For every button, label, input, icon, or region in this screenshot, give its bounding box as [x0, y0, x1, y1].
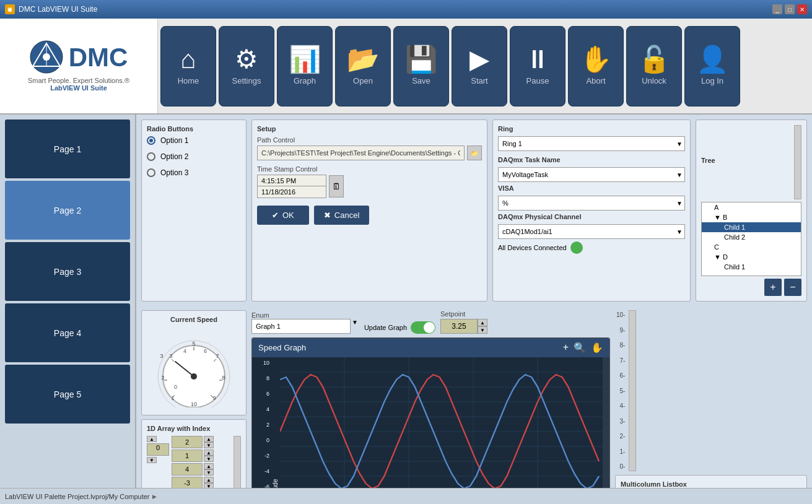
chart-tools[interactable]: + 🔍 ✋ [563, 342, 603, 354]
sidebar-item-page5[interactable]: Page 5 [5, 365, 130, 424]
toolbar-pause-button[interactable]: ⏸ Pause [510, 26, 565, 106]
radio-circle-2[interactable] [147, 152, 155, 161]
chart-scrollbar[interactable] [602, 357, 609, 488]
daqmx-channel-label: DAQmx Physical Channel [498, 213, 685, 220]
radio-circle-1[interactable] [147, 136, 155, 145]
toolbar-unlock-button[interactable]: 🔓 Unlock [626, 26, 682, 106]
speed-4: 4- [616, 402, 625, 409]
radio-option2[interactable]: Option 2 [147, 152, 241, 161]
array-val-2[interactable]: 4 [172, 463, 203, 476]
logo-text: DMC [69, 45, 128, 71]
settings-label: Settings [232, 76, 261, 85]
tree-item-a[interactable]: A [702, 202, 801, 212]
login-label: Log In [701, 76, 723, 85]
radio-circle-3[interactable] [147, 168, 155, 177]
array-spinners-1: ▲ ▼ [204, 450, 214, 462]
array-val-0[interactable]: 2 [172, 436, 203, 448]
array-val-1[interactable]: 1 [172, 450, 203, 462]
date-input[interactable] [258, 186, 326, 198]
tree-remove-button[interactable]: − [784, 279, 801, 296]
sidebar-item-page4[interactable]: Page 4 [5, 303, 130, 362]
array-val2-up[interactable]: ▲ [204, 463, 214, 469]
setpoint-input[interactable] [440, 319, 478, 334]
tree-scrollbar[interactable] [794, 125, 801, 199]
maximize-button[interactable]: □ [785, 4, 795, 14]
toolbar-settings-button[interactable]: ⚙ Settings [219, 26, 274, 106]
setpoint-wrap: Setpoint ▲ ▼ [440, 310, 487, 334]
tree-add-button[interactable]: + [764, 279, 782, 296]
toolbar-abort-button[interactable]: ✋ Abort [568, 26, 624, 106]
enum-select[interactable]: Graph 1 [251, 319, 351, 334]
y-axis-labels: 10 8 6 4 2 0 -2 -4 -6 -8 [252, 357, 271, 488]
array-val1-down[interactable]: ▼ [204, 456, 214, 462]
close-button[interactable]: ✕ [797, 4, 807, 14]
y-label-2: 2 [253, 422, 269, 428]
window-controls[interactable]: _ □ ✕ [772, 4, 807, 14]
calendar-button[interactable]: 🗓 [329, 175, 344, 198]
radio-option1[interactable]: Option 1 [147, 136, 241, 145]
daqmx-task-label: DAQmx Task Name [498, 156, 685, 163]
save-label: Save [412, 76, 430, 85]
all-devices-row: All Devices Connected [498, 241, 685, 254]
array-val3-down[interactable]: ▼ [204, 483, 214, 488]
speed-5: 5- [616, 388, 625, 394]
sidebar-item-page2[interactable]: Page 2 [5, 181, 130, 240]
tree-item-d[interactable]: ▼ D [702, 252, 801, 262]
cancel-x-icon: ✖ [324, 211, 331, 220]
ok-button[interactable]: ✔ OK [257, 206, 309, 225]
array-index-down[interactable]: ▼ [147, 457, 157, 463]
speed-scrollbar[interactable] [629, 310, 636, 471]
browse-button[interactable]: 📁 [467, 146, 482, 160]
toolbar-login-button[interactable]: 👤 Log In [684, 26, 740, 106]
setup-title: Setup [257, 125, 482, 133]
visa-dropdown[interactable]: % [498, 196, 685, 211]
array-index-value[interactable]: 0 [147, 443, 169, 456]
array-val3-up[interactable]: ▲ [204, 477, 214, 483]
ring-dropdown[interactable]: Ring 1 [498, 136, 685, 151]
array-scrollbar[interactable] [234, 436, 241, 488]
tree-container: A ▼ B Child 1 Child 2 C ▼ D Child 1 [701, 202, 801, 276]
cancel-button[interactable]: ✖ Cancel [314, 206, 369, 225]
setpoint-down[interactable]: ▼ [478, 326, 487, 334]
toolbar-open-button[interactable]: 📂 Open [335, 26, 391, 106]
tree-item-b[interactable]: ▼ B [702, 212, 801, 222]
tree-buttons: + − [701, 279, 801, 296]
tree-item-child1-b[interactable]: Child 1 [702, 222, 801, 232]
speed-10: 10- [616, 311, 625, 318]
sidebar-item-page1[interactable]: Page 1 [5, 119, 130, 178]
y-label-0: 0 [253, 437, 269, 443]
chart-pan-icon[interactable]: ✋ [591, 342, 603, 354]
minimize-button[interactable]: _ [772, 4, 782, 14]
array-index-up[interactable]: ▲ [147, 436, 157, 442]
sidebar-item-page3[interactable]: Page 3 [5, 242, 130, 301]
chart-add-icon[interactable]: + [563, 342, 569, 354]
enum-dropdown-wrap: Graph 1 ▼ [251, 319, 359, 334]
chart-zoom-icon[interactable]: 🔍 [574, 342, 586, 354]
tree-item-child1-d[interactable]: Child 1 [702, 262, 801, 272]
setpoint-up[interactable]: ▲ [478, 319, 487, 326]
toolbar-start-button[interactable]: ▶ Start [452, 26, 507, 106]
time-input[interactable] [258, 175, 326, 186]
tree-item-child2-b[interactable]: Child 2 [702, 232, 801, 242]
daqmx-task-dropdown[interactable]: MyVoltageTask [498, 167, 685, 182]
daqmx-channel-dropdown[interactable]: cDAQ1Mod1/ai1 [498, 224, 685, 239]
tree-header: Tree [701, 125, 801, 199]
setpoint-input-row: ▲ ▼ [440, 319, 487, 334]
open-label: Open [353, 76, 373, 85]
update-graph-toggle[interactable] [411, 321, 435, 334]
array-val-3[interactable]: -3 [172, 477, 203, 488]
toolbar-home-button[interactable]: ⌂ Home [160, 26, 216, 106]
array-val1-up[interactable]: ▲ [204, 450, 214, 456]
radio-option3[interactable]: Option 3 [147, 168, 241, 177]
array-val0-down[interactable]: ▼ [204, 442, 214, 448]
array-panel: 1D Array with Index ▲ 0 ▼ 2 ▲ [141, 419, 247, 488]
toggle-knob [424, 322, 435, 333]
array-val0-up[interactable]: ▲ [204, 436, 214, 442]
array-val2-down[interactable]: ▼ [204, 469, 214, 476]
svg-text:3: 3 [169, 353, 172, 359]
ring-section: Ring Ring 1 ▼ [498, 125, 685, 151]
toolbar-save-button[interactable]: 💾 Save [393, 26, 449, 106]
path-input[interactable] [257, 146, 465, 160]
tree-item-c[interactable]: C [702, 242, 801, 252]
toolbar-graph-button[interactable]: 📊 Graph [277, 26, 333, 106]
